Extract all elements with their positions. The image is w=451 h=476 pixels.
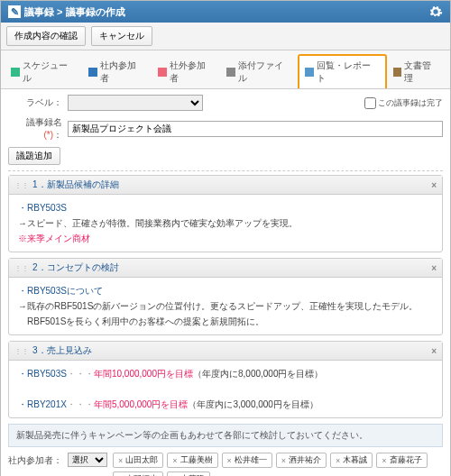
close-icon[interactable]: × [431,346,437,356]
tab-icon [305,68,314,77]
remove-icon[interactable]: × [336,456,340,465]
note-box: 新製品発売に伴うキャンペーン等の企画もあわせて各部にて検討しておいてください。 [8,424,443,447]
tab-3[interactable]: 添付ファイル [220,54,298,88]
person-chip[interactable]: ×小野拓也 [113,471,163,476]
topic-header[interactable]: ⋮⋮1．新製品候補の詳細× [9,176,442,195]
close-icon[interactable]: × [431,180,437,190]
gear-icon[interactable] [428,5,443,19]
tab-4[interactable]: 回覧・レポート [298,54,386,88]
app-icon: ✎ [8,5,21,18]
person-chip[interactable]: ×松井雄一 [222,453,272,468]
person-chip[interactable]: ×山田太郎 [113,453,163,468]
complete-checkbox-input[interactable] [364,97,376,109]
topic-body: ・RBY503Sについて→既存のRBF501Sの新バージョンの位置付け。更なるス… [9,278,442,334]
person-chip[interactable]: ×工藤美樹 [167,453,217,468]
header-bar: ✎ 議事録 > 議事録の作成 [1,1,450,23]
topic-1: ⋮⋮2．コンセプトの検討×・RBY503Sについて→既存のRBF501Sの新バー… [8,258,443,335]
internal-label: 社内参加者： [8,453,62,467]
person-chip[interactable]: ×酒井祐介 [276,453,327,468]
topic-body: ・RBY503S・・・年間10,000,000円を目標（年度内に8,000,00… [9,361,442,417]
internal-select[interactable]: 選択 [68,453,107,467]
topic-body: ・RBY503S→スピード、正確さが特徴。間接業務内で確実な効率アップを実現。※… [9,195,442,252]
tab-icon [158,68,167,77]
remove-icon[interactable]: × [172,456,177,465]
remove-icon[interactable]: × [382,456,386,465]
breadcrumb: 議事録 > 議事録の作成 [24,5,125,19]
internal-chips: ×山田太郎×工藤美樹×松井雄一×酒井祐介×木暮誠×斎藤花子×小野拓也×木暮隆 [113,453,443,476]
close-icon[interactable]: × [431,263,437,273]
remove-icon[interactable]: × [118,456,123,465]
topic-header[interactable]: ⋮⋮2．コンセプトの検討× [9,259,442,278]
remove-icon[interactable]: × [227,456,232,465]
complete-checkbox[interactable]: この議事録は完了 [364,97,443,109]
tab-icon [11,68,20,77]
label-field-label: ラベル： [8,96,62,109]
tab-icon [393,68,402,77]
name-field-label: 議事録名 (*)： [8,116,62,142]
topic-0: ⋮⋮1．新製品候補の詳細×・RBY503S→スピード、正確さが特徴。間接業務内で… [8,175,443,252]
topic-list: ⋮⋮1．新製品候補の詳細×・RBY503S→スピード、正確さが特徴。間接業務内で… [8,170,443,418]
tab-5[interactable]: 文書管理 [387,54,446,88]
remove-icon[interactable]: × [281,456,286,465]
tab-icon [88,68,97,77]
drag-icon[interactable]: ⋮⋮ [14,264,29,272]
tab-0[interactable]: スケジュール [5,54,82,88]
cancel-button[interactable]: キャンセル [91,26,152,46]
topic-header[interactable]: ⋮⋮3．売上見込み× [9,342,442,361]
tab-2[interactable]: 社外参加者 [152,54,220,88]
name-input[interactable] [68,121,443,137]
label-select[interactable] [68,95,203,111]
topic-2: ⋮⋮3．売上見込み×・RBY503S・・・年間10,000,000円を目標（年度… [8,341,443,418]
tab-bar: スケジュール社内参加者社外参加者添付ファイル回覧・レポート文書管理 [1,50,450,89]
drag-icon[interactable]: ⋮⋮ [14,347,29,355]
action-bar: 作成内容の確認 キャンセル [1,23,450,50]
person-chip[interactable]: ×木暮隆 [167,471,209,476]
drag-icon[interactable]: ⋮⋮ [14,181,29,189]
confirm-button[interactable]: 作成内容の確認 [6,26,86,46]
person-chip[interactable]: ×木暮誠 [330,453,373,468]
tab-1[interactable]: 社内参加者 [82,54,151,88]
person-chip[interactable]: ×斎藤花子 [376,453,427,468]
add-topic-button[interactable]: 議題追加 [8,147,60,165]
tab-icon [226,68,235,77]
